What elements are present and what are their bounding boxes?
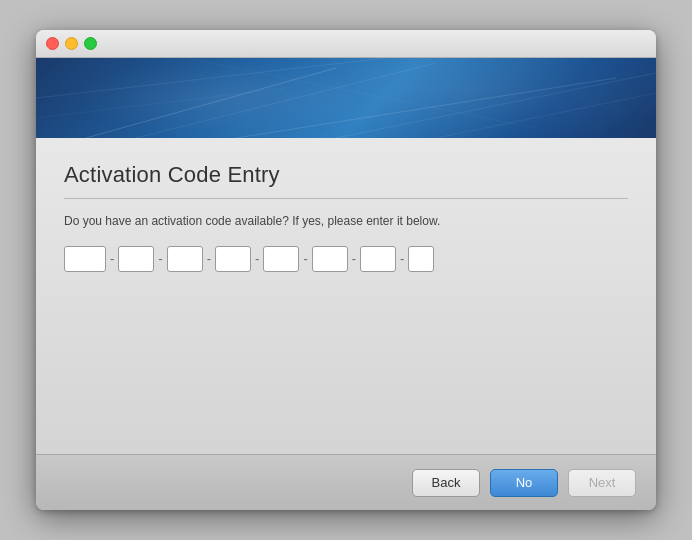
- separator-6: -: [348, 251, 360, 266]
- no-button[interactable]: No: [490, 469, 558, 497]
- svg-line-6: [436, 93, 656, 138]
- main-window: Activation Code Entry Do you have an act…: [36, 30, 656, 510]
- separator-3: -: [203, 251, 215, 266]
- svg-line-2: [236, 78, 616, 138]
- activation-field-7[interactable]: [360, 246, 396, 272]
- minimize-button[interactable]: [65, 37, 78, 50]
- maximize-button[interactable]: [84, 37, 97, 50]
- next-button[interactable]: Next: [568, 469, 636, 497]
- activation-field-3[interactable]: [167, 246, 203, 272]
- activation-code-fields: - - - - - - -: [64, 246, 628, 272]
- svg-line-7: [186, 58, 536, 128]
- close-button[interactable]: [46, 37, 59, 50]
- svg-line-4: [336, 73, 656, 138]
- header-banner: [36, 58, 656, 138]
- titlebar: [36, 30, 656, 58]
- svg-line-3: [36, 58, 386, 98]
- separator-5: -: [299, 251, 311, 266]
- footer: Back No Next: [36, 454, 656, 510]
- separator-1: -: [106, 251, 118, 266]
- page-title: Activation Code Entry: [64, 162, 628, 188]
- banner-decoration: [36, 58, 656, 138]
- content-area: Activation Code Entry Do you have an act…: [36, 138, 656, 454]
- separator-7: -: [396, 251, 408, 266]
- back-button[interactable]: Back: [412, 469, 480, 497]
- separator-2: -: [154, 251, 166, 266]
- subtitle-text: Do you have an activation code available…: [64, 213, 628, 230]
- activation-field-6[interactable]: [312, 246, 348, 272]
- divider: [64, 198, 628, 199]
- activation-field-2[interactable]: [118, 246, 154, 272]
- activation-field-1[interactable]: [64, 246, 106, 272]
- activation-field-5[interactable]: [263, 246, 299, 272]
- svg-line-5: [36, 88, 286, 118]
- separator-4: -: [251, 251, 263, 266]
- empty-area: [64, 272, 628, 434]
- activation-field-8[interactable]: [408, 246, 434, 272]
- activation-field-4[interactable]: [215, 246, 251, 272]
